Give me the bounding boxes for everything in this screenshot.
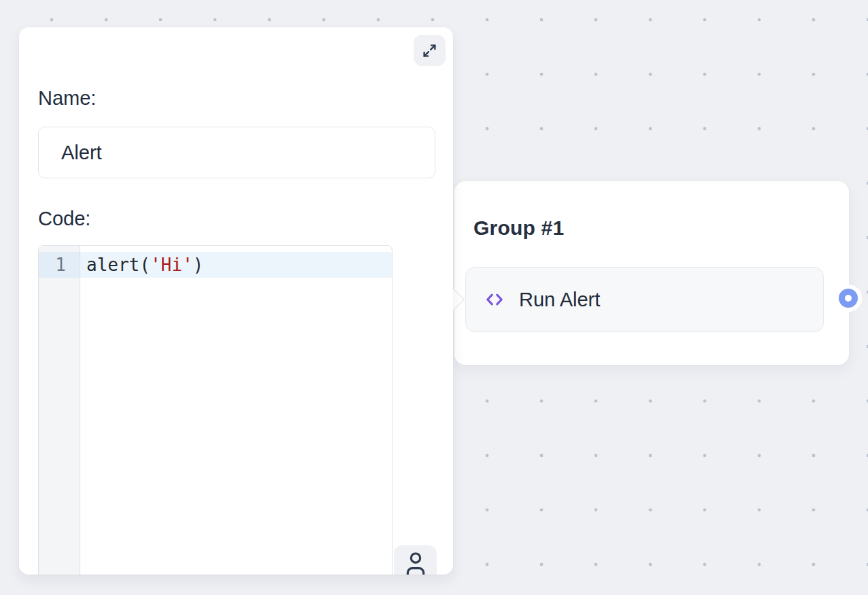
node-properties-panel: Name: Code: 1 alert('Hi')	[19, 27, 453, 575]
code-token-function: alert(	[86, 255, 150, 275]
expand-button[interactable]	[414, 35, 446, 66]
expand-diagonal-icon	[420, 42, 439, 60]
node-label: Run Alert	[519, 289, 600, 311]
user-button[interactable]	[394, 545, 437, 575]
flow-canvas[interactable]: Group #1 Run Alert Name: Code:	[0, 0, 868, 595]
line-number: 1	[39, 252, 80, 278]
code-editor[interactable]: 1 alert('Hi')	[38, 245, 393, 575]
code-label: Code:	[38, 208, 90, 230]
code-line[interactable]: alert('Hi')	[80, 252, 392, 278]
editor-content[interactable]: alert('Hi')	[80, 246, 392, 575]
group-title: Group #1	[473, 216, 564, 240]
name-input[interactable]	[38, 127, 435, 178]
code-icon	[484, 289, 505, 310]
code-token-string: 'Hi'	[150, 255, 193, 275]
user-icon	[402, 550, 429, 575]
code-token-close: )	[193, 255, 204, 275]
connection-handle[interactable]	[839, 289, 858, 308]
editor-gutter: 1	[39, 246, 80, 575]
run-alert-node[interactable]: Run Alert	[465, 267, 824, 332]
name-label: Name:	[38, 87, 96, 110]
